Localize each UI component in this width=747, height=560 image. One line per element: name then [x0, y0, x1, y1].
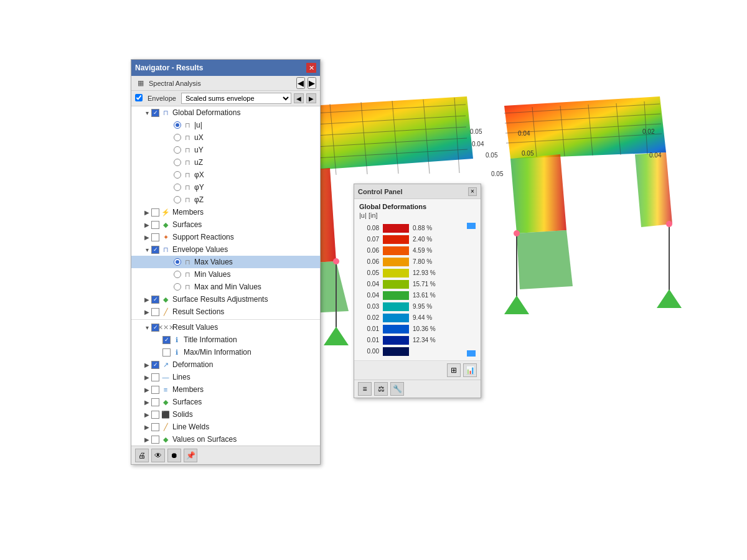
- cp-chart-button[interactable]: 📊: [463, 363, 477, 377]
- tree-surfaces[interactable]: ▶ ◆ Surfaces: [131, 218, 320, 231]
- legend-value-9: 0.01: [359, 325, 379, 332]
- tree-solids[interactable]: ▶ ⬛ Solids: [131, 408, 320, 421]
- tree-result-sections[interactable]: ▶ ╱ Result Sections: [131, 306, 320, 318]
- envelope-select[interactable]: Scaled sums envelope: [181, 93, 291, 104]
- line-welds-label: Line Welds: [172, 422, 209, 431]
- surface-results-checkbox[interactable]: [151, 296, 159, 304]
- lines-checkbox[interactable]: [151, 373, 159, 381]
- tree-surface-results-adj[interactable]: ▶ ◆ Surface Results Adjustments: [131, 293, 320, 306]
- legend-bar-10: [383, 336, 409, 345]
- cp-tab-balance[interactable]: ⚖: [374, 382, 388, 396]
- tree-members[interactable]: ▶ ⚡ Members: [131, 206, 320, 218]
- pin-button[interactable]: 📌: [184, 449, 197, 462]
- solids-checkbox[interactable]: [151, 411, 159, 419]
- legend-pct-3: 7.80 %: [413, 258, 432, 265]
- tree-min-values[interactable]: ⊓ Min Values: [131, 268, 320, 281]
- result-sections-checkbox[interactable]: [151, 308, 159, 316]
- svg-text:0.05: 0.05: [522, 150, 534, 157]
- legend-bar-1: [383, 235, 409, 244]
- tree-deformation[interactable]: ▶ ↗ Deformation: [131, 358, 320, 371]
- view-button[interactable]: 👁: [151, 449, 165, 462]
- ux-radio[interactable]: [174, 134, 181, 141]
- line-welds-checkbox[interactable]: [151, 423, 159, 431]
- envelope-row: Envelope Scaled sums envelope ◀ ▶: [131, 91, 320, 106]
- tree-max-min-values[interactable]: ⊓ Max and Min Values: [131, 281, 320, 293]
- tree-max-values[interactable]: ⊓ Max Values: [131, 256, 320, 268]
- uz-label: uZ: [194, 158, 203, 167]
- tree-surfaces2[interactable]: ▶ ◆ Surfaces: [131, 396, 320, 408]
- global-def-checkbox[interactable]: [151, 109, 159, 117]
- u-abs-radio[interactable]: [174, 121, 181, 129]
- tree-phiz[interactable]: ⊓ φZ: [131, 194, 320, 206]
- tree-ux[interactable]: ⊓ uX: [131, 131, 320, 144]
- legend-row-2: 0.06 4.59 %: [359, 245, 476, 256]
- envelope-values-checkbox[interactable]: [151, 246, 159, 254]
- svg-point-42: [666, 221, 672, 227]
- phix-radio[interactable]: [174, 171, 181, 179]
- solids-icon: ⬛: [161, 409, 171, 419]
- min-values-radio[interactable]: [174, 271, 181, 278]
- tree-title-information[interactable]: ℹ Title Information: [131, 334, 320, 346]
- members2-checkbox[interactable]: [151, 386, 159, 394]
- legend-row-9: 0.01 10.36 %: [359, 324, 476, 334]
- navigator-close-button[interactable]: ✕: [306, 63, 316, 73]
- surfaces2-checkbox[interactable]: [151, 398, 159, 406]
- surfaces-checkbox[interactable]: [151, 221, 159, 229]
- tree-line-welds[interactable]: ▶ ╱ Line Welds: [131, 421, 320, 433]
- legend-value-6: 0.04: [359, 292, 379, 299]
- envelope-prev-button[interactable]: ◀: [294, 93, 304, 103]
- legend-row-0: 0.08 0.88 %: [359, 223, 476, 233]
- tree-values-on-surfaces[interactable]: ▶ ◆ Values on Surfaces: [131, 433, 320, 446]
- phiz-radio[interactable]: [174, 196, 181, 203]
- min-values-icon: ⊓: [182, 269, 192, 279]
- legend-value-3: 0.06: [359, 258, 379, 265]
- tree-phix[interactable]: ⊓ φX: [131, 169, 320, 181]
- support-reactions-checkbox[interactable]: [151, 233, 159, 241]
- min-values-label: Min Values: [194, 270, 230, 279]
- cp-tab-list[interactable]: ≡: [358, 382, 372, 396]
- title-info-checkbox[interactable]: [162, 336, 171, 344]
- envelope-checkbox[interactable]: [135, 94, 143, 101]
- tree-phiy[interactable]: ⊓ φY: [131, 181, 320, 194]
- cp-tab-settings[interactable]: 🔧: [390, 382, 404, 396]
- spectral-prev-button[interactable]: ◀: [296, 77, 305, 89]
- print-button[interactable]: 🖨: [135, 449, 149, 462]
- legend-pct-10: 12.34 %: [413, 337, 436, 343]
- max-min-info-label: Max/Min Information: [184, 348, 251, 357]
- legend-pct-6: 13.61 %: [413, 292, 436, 299]
- legend-bar-0: [383, 224, 409, 233]
- phiy-icon: ⊓: [182, 182, 192, 192]
- support-reactions-label: Support Reactions: [172, 233, 234, 241]
- uy-icon: ⊓: [182, 145, 192, 155]
- tree-max-min-information[interactable]: ℹ Max/Min Information: [131, 346, 320, 358]
- tree-u-abs[interactable]: ⊓ |u|: [131, 119, 320, 131]
- max-min-info-checkbox[interactable]: [162, 348, 171, 357]
- record-button[interactable]: ⏺: [167, 449, 181, 462]
- tree-support-reactions[interactable]: ▶ ✦ Support Reactions: [131, 231, 320, 243]
- tree-global-deformations[interactable]: ▾ ⊓ Global Deformations: [131, 106, 320, 119]
- max-min-radio[interactable]: [174, 283, 181, 291]
- svg-text:0.04: 0.04: [518, 130, 530, 137]
- values-surfaces-checkbox[interactable]: [151, 436, 159, 444]
- cp-grid-button[interactable]: ⊞: [447, 363, 461, 377]
- max-values-radio[interactable]: [174, 258, 181, 266]
- surfaces-label: Surfaces: [172, 220, 202, 229]
- phiy-radio[interactable]: [174, 184, 181, 191]
- legend-row-5: 0.04 15.71 %: [359, 279, 476, 289]
- control-panel-close[interactable]: ×: [468, 187, 477, 196]
- deformation-checkbox[interactable]: [151, 361, 159, 369]
- envelope-next-button[interactable]: ▶: [306, 93, 316, 103]
- nav-toolbar-icon: ▦: [135, 78, 146, 89]
- tree-lines[interactable]: ▶ — Lines: [131, 371, 320, 383]
- tree-uz[interactable]: ⊓ uZ: [131, 156, 320, 169]
- tree-result-values[interactable]: ▾ ✕✕✕ Result Values: [131, 321, 320, 334]
- tree-members2[interactable]: ▶ ≡ Members: [131, 383, 320, 396]
- spectral-next-button[interactable]: ▶: [308, 77, 316, 89]
- legend-bar-9: [383, 325, 409, 334]
- tree-envelope-values[interactable]: ▾ ⊓ Envelope Values: [131, 243, 320, 256]
- tree-uy[interactable]: ⊓ uY: [131, 144, 320, 156]
- uy-radio[interactable]: [174, 146, 181, 154]
- legend-pct-2: 4.59 %: [413, 247, 432, 254]
- members-checkbox[interactable]: [151, 208, 159, 217]
- uz-radio[interactable]: [174, 159, 181, 166]
